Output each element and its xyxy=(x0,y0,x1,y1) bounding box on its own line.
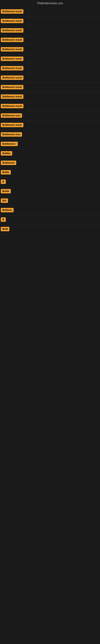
result-row: Bottleneck result xyxy=(0,54,100,64)
result-row: Bottle xyxy=(0,168,100,178)
badge-container: Bottleneck result xyxy=(0,38,23,43)
badge-container: Bottleneck result xyxy=(0,56,23,62)
badge-container: B xyxy=(0,180,6,185)
site-header: TheBottlenecker.com xyxy=(0,0,100,7)
badge-container: Bottleneck resu xyxy=(0,113,22,118)
bottleneck-result-badge[interactable]: Bottleneck xyxy=(1,160,16,165)
result-row: Bottl xyxy=(0,225,100,234)
bottleneck-result-badge[interactable]: Bottle xyxy=(1,170,11,174)
badge-container: Bottleneck result xyxy=(0,66,23,71)
badge-container: Bottlene xyxy=(0,208,14,213)
result-row: Bottleneck resu xyxy=(0,130,100,140)
bottleneck-result-badge[interactable]: Bottl xyxy=(1,227,9,231)
bottleneck-result-badge[interactable]: Bottleneck result xyxy=(1,28,23,32)
badge-container: Bottleneck result xyxy=(0,47,23,52)
result-row: Bottleneck result xyxy=(0,74,100,83)
badge-container: Bottleneck result xyxy=(0,19,23,24)
result-row: Bottleneck xyxy=(0,158,100,168)
bottleneck-result-badge[interactable]: Bot xyxy=(1,198,8,203)
result-row: Bottleneck result xyxy=(0,36,100,45)
bottleneck-result-badge[interactable]: B xyxy=(1,217,6,222)
bottleneck-result-badge[interactable]: Bottleneck resu xyxy=(1,132,22,137)
bottleneck-result-badge[interactable]: Bottleneck result xyxy=(1,47,23,52)
badge-container: Bottle xyxy=(0,189,11,194)
bottleneck-result-badge[interactable]: Bottleneck r xyxy=(1,142,18,146)
bottleneck-result-badge[interactable]: Bottleneck result xyxy=(1,9,23,14)
badge-container: Bottleneck xyxy=(0,160,16,166)
result-row: Bottleneck result xyxy=(0,17,100,26)
result-row: Bottleneck result xyxy=(0,7,100,17)
badge-container: B xyxy=(0,217,6,222)
bottleneck-result-badge[interactable]: Bottleneck result xyxy=(1,85,23,89)
result-row: Bottleneck r xyxy=(0,140,100,149)
results-list: Bottleneck resultBottleneck resultBottle… xyxy=(0,7,100,234)
badge-container: Bottleneck r xyxy=(0,142,18,147)
result-row: Bottleneck resu xyxy=(0,111,100,121)
result-row: Bot xyxy=(0,196,100,206)
bottleneck-result-badge[interactable]: Bottleneck result xyxy=(1,94,23,99)
badge-container: Bottleneck result xyxy=(0,76,23,81)
bottleneck-result-badge[interactable]: Bottlen xyxy=(1,151,12,156)
badge-container: Bottl xyxy=(0,227,9,232)
result-row: Bottlen xyxy=(0,149,100,158)
bottleneck-result-badge[interactable]: Bottle xyxy=(1,189,11,194)
badge-container: Bottleneck resu xyxy=(0,132,22,138)
result-row: Bottleneck result xyxy=(0,102,100,111)
result-row: B xyxy=(0,178,100,187)
badge-container: Bot xyxy=(0,198,8,204)
bottleneck-result-badge[interactable]: B xyxy=(1,180,6,184)
bottleneck-result-badge[interactable]: Bottleneck result xyxy=(1,123,23,127)
result-row: B xyxy=(0,215,100,225)
site-title: TheBottlenecker.com xyxy=(37,2,63,5)
badge-container: Bottleneck result xyxy=(0,94,23,100)
result-row: Bottleneck result xyxy=(0,45,100,54)
bottleneck-result-badge[interactable]: Bottleneck result xyxy=(1,66,23,70)
badge-container: Bottle xyxy=(0,170,11,175)
badge-container: Bottlen xyxy=(0,151,12,156)
result-row: Bottle xyxy=(0,187,100,196)
badge-container: Bottleneck result xyxy=(0,123,23,128)
badge-container: Bottleneck result xyxy=(0,85,23,90)
badge-container: Bottleneck result xyxy=(0,28,23,34)
bottleneck-result-badge[interactable]: Bottlene xyxy=(1,208,14,212)
bottleneck-result-badge[interactable]: Bottleneck result xyxy=(1,56,23,61)
result-row: Bottlene xyxy=(0,206,100,215)
bottleneck-result-badge[interactable]: Bottleneck resu xyxy=(1,113,22,118)
result-row: Bottleneck result xyxy=(0,121,100,130)
bottleneck-result-badge[interactable]: Bottleneck result xyxy=(1,19,23,23)
badge-container: Bottleneck result xyxy=(0,9,23,14)
result-row: Bottleneck result xyxy=(0,92,100,102)
result-row: Bottleneck result xyxy=(0,83,100,92)
bottleneck-result-badge[interactable]: Bottleneck result xyxy=(1,38,23,42)
bottleneck-result-badge[interactable]: Bottleneck result xyxy=(1,76,23,80)
result-row: Bottleneck result xyxy=(0,26,100,36)
result-row: Bottleneck result xyxy=(0,64,100,74)
bottleneck-result-badge[interactable]: Bottleneck result xyxy=(1,104,23,108)
badge-container: Bottleneck result xyxy=(0,104,23,109)
